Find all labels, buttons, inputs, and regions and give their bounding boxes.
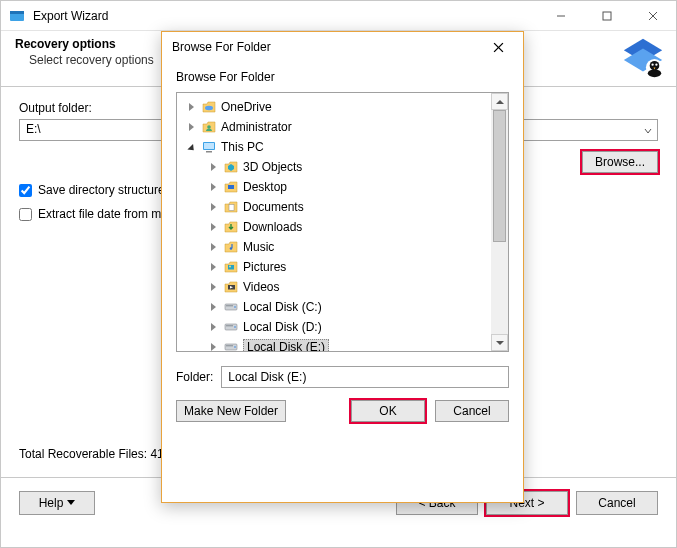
tree-item[interactable]: Administrator [179,117,489,137]
svg-point-16 [205,106,213,110]
folder-cloud-icon [201,99,217,115]
svg-rect-36 [226,345,233,346]
expander-closed-icon[interactable] [185,101,197,113]
scrollbar-down-button[interactable] [491,334,508,351]
drive-icon [223,339,239,351]
tree-item-label: Local Disk (D:) [243,320,322,334]
svg-rect-33 [226,325,233,326]
expander-closed-icon[interactable] [207,201,219,213]
tree-item-label: Documents [243,200,304,214]
chevron-down-icon [67,500,75,505]
tree-item[interactable]: Local Disk (E:) [179,337,489,351]
dialog-titlebar: Browse For Folder [162,32,523,62]
expander-closed-icon[interactable] [207,281,219,293]
wizard-brand-icon [620,35,666,81]
dialog-cancel-button[interactable]: Cancel [435,400,509,422]
scrollbar-up-button[interactable] [491,93,508,110]
tree-item[interactable]: Pictures [179,257,489,277]
tree-item[interactable]: OneDrive [179,97,489,117]
maximize-button[interactable] [584,1,630,30]
svg-point-12 [655,64,657,66]
extract-file-date-label: Extract file date from m [38,207,161,221]
svg-point-9 [648,70,661,78]
dialog-close-button[interactable] [483,32,513,62]
window-controls [538,1,676,30]
tree-item-label: Local Disk (E:) [243,339,329,351]
expander-open-icon[interactable] [185,141,197,153]
svg-point-26 [229,266,231,268]
folder-tree: OneDriveAdministratorThis PC3D ObjectsDe… [176,92,509,352]
svg-rect-20 [206,151,212,153]
expander-closed-icon[interactable] [207,221,219,233]
tree-item-label: 3D Objects [243,160,302,174]
scrollbar-thumb[interactable] [493,110,506,242]
tree-item[interactable]: Music [179,237,489,257]
tree-item-label: Videos [243,280,279,294]
folder-3d-icon [223,159,239,175]
expander-closed-icon[interactable] [207,261,219,273]
expander-closed-icon[interactable] [207,161,219,173]
svg-rect-23 [229,205,234,211]
tree-item-label: Desktop [243,180,287,194]
browse-button[interactable]: Browse... [582,151,658,173]
help-button[interactable]: Help [19,491,95,515]
expander-closed-icon[interactable] [207,241,219,253]
close-button[interactable] [630,1,676,30]
svg-rect-25 [228,265,234,270]
help-button-label: Help [39,496,64,510]
svg-rect-22 [228,185,234,189]
svg-point-11 [651,64,653,66]
ok-button[interactable]: OK [351,400,425,422]
dialog-instruction: Browse For Folder [162,62,523,92]
tree-item[interactable]: Local Disk (D:) [179,317,489,337]
selected-folder-input[interactable] [221,366,509,388]
folder-user-icon [201,119,217,135]
drive-icon [223,319,239,335]
svg-point-24 [230,247,233,250]
expander-closed-icon[interactable] [207,321,219,333]
make-new-folder-button[interactable]: Make New Folder [176,400,286,422]
save-directory-structure-label: Save directory structure [38,183,165,197]
folder-pic-icon [223,259,239,275]
dialog-button-row: Make New Folder OK Cancel [162,400,523,436]
folder-video-icon [223,279,239,295]
expander-closed-icon[interactable] [207,341,219,351]
tree-item-label: Music [243,240,274,254]
tree-item[interactable]: Videos [179,277,489,297]
tree-item-label: Administrator [221,120,292,134]
folder-music-icon [223,239,239,255]
tree-item-label: OneDrive [221,100,272,114]
extract-file-date-checkbox[interactable] [19,208,32,221]
total-recoverable-files: Total Recoverable Files: 41 [19,447,164,461]
tree-item[interactable]: Desktop [179,177,489,197]
app-icon [9,8,25,24]
svg-rect-1 [10,11,24,14]
expander-closed-icon[interactable] [207,301,219,313]
window-titlebar: Export Wizard [1,1,676,31]
tree-item[interactable]: This PC [179,137,489,157]
svg-rect-3 [603,12,611,20]
tree-item[interactable]: Documents [179,197,489,217]
svg-point-37 [234,346,236,348]
svg-point-34 [234,326,236,328]
expander-closed-icon[interactable] [185,121,197,133]
folder-desktop-icon [223,179,239,195]
window-title: Export Wizard [33,9,538,23]
tree-item[interactable]: Local Disk (C:) [179,297,489,317]
cancel-button[interactable]: Cancel [576,491,658,515]
tree-item-label: Local Disk (C:) [243,300,322,314]
output-folder-value: E:\ [26,122,41,136]
browse-for-folder-dialog: Browse For Folder Browse For Folder OneD… [161,31,524,503]
expander-closed-icon[interactable] [207,181,219,193]
vertical-scrollbar[interactable] [491,93,508,351]
folder-doc-icon [223,199,239,215]
folder-tree-viewport[interactable]: OneDriveAdministratorThis PC3D ObjectsDe… [177,93,491,351]
chevron-down-icon [643,125,653,135]
this-pc-icon [201,139,217,155]
save-directory-structure-checkbox[interactable] [19,184,32,197]
svg-rect-19 [204,143,214,149]
tree-item[interactable]: Downloads [179,217,489,237]
tree-item-label: This PC [221,140,264,154]
minimize-button[interactable] [538,1,584,30]
tree-item[interactable]: 3D Objects [179,157,489,177]
